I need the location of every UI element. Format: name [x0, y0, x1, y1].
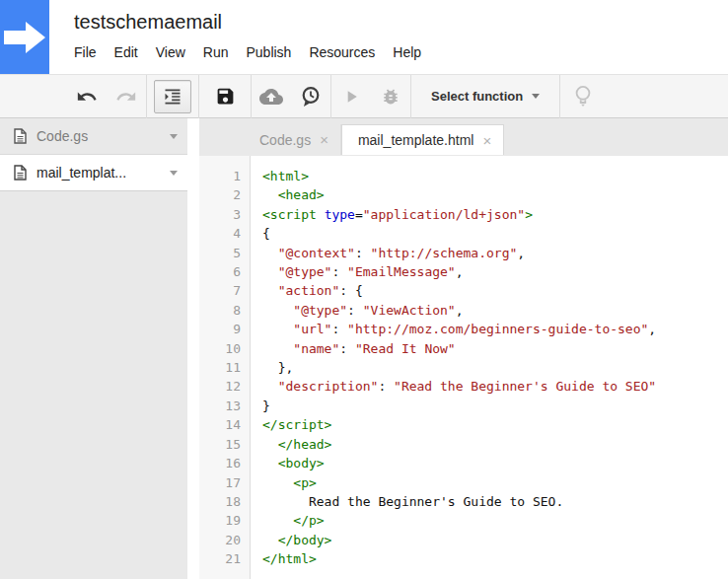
- line-number: 12: [199, 377, 250, 396]
- tab-mail-template-html[interactable]: mail_template.html ×: [341, 124, 504, 155]
- code-line[interactable]: "@context": "http://schema.org",: [262, 244, 728, 262]
- code-line[interactable]: Read the Beginner's Guide to SEO.: [262, 492, 728, 511]
- line-number: 2: [199, 185, 250, 204]
- menu-edit[interactable]: Edit: [106, 40, 147, 64]
- close-icon[interactable]: ×: [320, 132, 328, 147]
- debug-button[interactable]: [371, 75, 410, 118]
- line-number: 16: [199, 454, 250, 472]
- code-token-plain: [262, 341, 293, 356]
- content: Code.gs mail_templat... Co: [0, 118, 728, 579]
- code-token-plain: :: [331, 264, 347, 279]
- code-line[interactable]: <html>: [262, 167, 728, 185]
- file-item-mail-template[interactable]: mail_templat...: [0, 155, 187, 191]
- code-line[interactable]: {: [262, 224, 728, 243]
- code-token-tag: <body>: [278, 456, 325, 470]
- menu-run[interactable]: Run: [194, 40, 238, 64]
- redo-button[interactable]: [107, 75, 146, 118]
- line-number: 3: [199, 205, 250, 224]
- code-token-plain: }: [262, 398, 270, 413]
- run-button[interactable]: [331, 75, 371, 118]
- line-number: 1: [199, 167, 250, 185]
- code-token-str: "@context": [278, 246, 355, 260]
- code-token-tag: <html>: [262, 169, 309, 183]
- line-number: 8: [199, 301, 250, 320]
- code-line[interactable]: <body>: [262, 454, 728, 472]
- code-token-plain: [262, 283, 278, 298]
- code-line[interactable]: "name": "Read It Now": [262, 339, 728, 358]
- code-token-tag: <head>: [278, 187, 325, 202]
- code-line[interactable]: },: [262, 358, 728, 377]
- code-token-plain: =: [355, 207, 363, 222]
- line-number: 4: [199, 224, 250, 243]
- code-line[interactable]: <head>: [262, 185, 728, 204]
- tab-code-gs[interactable]: Code.gs ×: [244, 124, 341, 155]
- code-line[interactable]: "description": "Read the Beginner's Guid…: [262, 377, 728, 396]
- panel-resizer[interactable]: [187, 118, 199, 579]
- code-line[interactable]: </body>: [262, 531, 728, 549]
- cloud-upload-icon: [259, 85, 283, 109]
- close-icon[interactable]: ×: [482, 133, 491, 148]
- menu-resources[interactable]: Resources: [300, 40, 384, 64]
- indent-button[interactable]: [154, 80, 191, 113]
- menu-view[interactable]: View: [147, 40, 194, 64]
- code-line[interactable]: <p>: [262, 473, 728, 492]
- code-token-plain: {: [262, 226, 270, 241]
- chevron-down-icon[interactable]: [170, 171, 178, 176]
- code-token-str: "Read the Beginner's Guide to SEO": [394, 379, 656, 394]
- menu-publish[interactable]: Publish: [237, 40, 300, 64]
- select-function-dropdown[interactable]: Select function: [411, 75, 559, 118]
- apps-script-window: testschemaemail File Edit View Run Publi…: [0, 0, 728, 579]
- project-title[interactable]: testschemaemail: [74, 9, 430, 35]
- code-token-tag: </script>: [262, 417, 331, 432]
- line-number: 13: [199, 397, 250, 415]
- deploy-button[interactable]: [252, 75, 291, 118]
- code-token-str: "name": [293, 341, 339, 356]
- file-name: Code.gs: [36, 128, 170, 144]
- code-token-plain: : {: [339, 283, 362, 298]
- code-line[interactable]: </html>: [262, 549, 728, 568]
- code-line[interactable]: <script type="application/ld+json">: [262, 205, 728, 224]
- code-token-plain: ,: [456, 303, 464, 318]
- chevron-down-icon[interactable]: [170, 134, 178, 139]
- bug-icon: [381, 87, 400, 107]
- line-number: 20: [199, 531, 250, 549]
- code-line[interactable]: "action": {: [262, 281, 728, 300]
- code-token-str: "description": [278, 379, 379, 394]
- code-editor[interactable]: 123456789101112131415161718192021 <html>…: [199, 156, 728, 579]
- code-line[interactable]: </head>: [262, 435, 728, 454]
- code-token-plain: ,: [517, 246, 525, 260]
- code-token-str: "action": [278, 283, 340, 298]
- save-button[interactable]: [199, 75, 251, 118]
- history-button[interactable]: [291, 75, 330, 118]
- menu-help[interactable]: Help: [384, 40, 430, 64]
- code-line[interactable]: </script>: [262, 415, 728, 434]
- code-token-plain: [262, 379, 278, 394]
- code-line[interactable]: "@type": "EmailMessage",: [262, 262, 728, 281]
- code-token-tag: </body>: [278, 533, 332, 547]
- code-line[interactable]: "url": "http://moz.com/beginners-guide-t…: [262, 320, 728, 338]
- indent-icon: [163, 87, 182, 107]
- code-token-plain: :: [378, 379, 394, 394]
- menu-file[interactable]: File: [65, 40, 106, 64]
- file-item-code-gs[interactable]: Code.gs: [0, 118, 187, 155]
- code-token-str: "url": [293, 322, 331, 336]
- line-number-gutter[interactable]: 123456789101112131415161718192021: [199, 156, 251, 579]
- line-number: 19: [199, 511, 250, 530]
- chevron-down-icon: [532, 94, 540, 99]
- code-line[interactable]: </p>: [262, 511, 728, 530]
- play-icon: [341, 87, 361, 107]
- code-token-str: "@type": [278, 264, 332, 279]
- ideas-button[interactable]: [560, 75, 606, 118]
- code-content[interactable]: <html> <head><script type="application/l…: [251, 156, 728, 579]
- code-line[interactable]: }: [262, 397, 728, 415]
- line-number: 7: [199, 281, 250, 300]
- code-token-tag: </html>: [262, 551, 317, 566]
- undo-icon: [76, 86, 98, 108]
- code-token-plain: :: [339, 341, 355, 356]
- undo-button[interactable]: [67, 75, 107, 118]
- code-token-str: "application/ld+json": [363, 207, 525, 222]
- code-line[interactable]: "@type": "ViewAction",: [262, 301, 728, 320]
- tab-label: mail_template.html: [358, 132, 474, 148]
- code-token-tag: >: [525, 207, 533, 222]
- line-number: 5: [199, 244, 250, 262]
